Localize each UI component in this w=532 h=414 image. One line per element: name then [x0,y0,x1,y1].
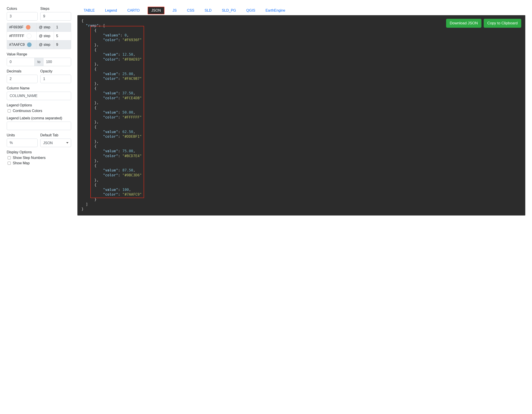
tab-table[interactable]: TABLE [81,7,97,14]
steps-label: Steps [40,7,71,11]
decimals-label: Decimals [7,69,38,73]
value-min-input[interactable] [7,58,34,66]
main-panel: TABLELegendCARTOJSONJSCSSSLDSLD_PGQGISEa… [77,7,525,215]
tab-legend[interactable]: Legend [103,7,119,14]
default-tab-select[interactable]: JSON [40,138,71,147]
value-range-label: Value Range [7,52,71,56]
color-hex: #F6936F [9,25,23,29]
continuous-colors-label: Continuous Colors [13,109,42,113]
column-name-input[interactable] [7,92,71,100]
display-options-label: Display Options [7,150,71,154]
legend-labels-label: Legend Labels (comma separated) [7,116,71,120]
tab-js[interactable]: JS [170,7,179,14]
steps-input[interactable] [40,12,71,20]
show-step-numbers-checkbox[interactable] [8,156,11,159]
color-step-row[interactable]: #FFFFFF@ step5 [7,32,71,40]
step-index: 5 [54,32,66,40]
download-json-button[interactable]: Download JSON [446,19,481,28]
step-index: 9 [54,40,66,49]
at-step-label: @ step [37,40,54,49]
tab-sld_pg[interactable]: SLD_PG [220,7,238,14]
value-range-group: to [7,58,71,66]
colors-label: Colors [7,7,38,11]
color-steps-table: #F6936F@ step1#FFFFFF@ step5#7AAFC9@ ste… [7,23,71,49]
color-step-row[interactable]: #7AAFC9@ step9 [7,40,71,49]
sidebar: Colors Steps #F6936F@ step1#FFFFFF@ step… [7,7,71,166]
output-tabs: TABLELegendCARTOJSONJSCSSSLDSLD_PGQGISEa… [77,7,525,14]
colors-input[interactable] [7,12,38,20]
units-label: Units [7,133,38,137]
opacity-label: Opacity [40,69,71,73]
color-swatch [27,34,31,38]
tab-css[interactable]: CSS [185,7,197,14]
decimals-input[interactable] [7,75,38,83]
tab-json[interactable]: JSON [148,7,164,14]
at-step-label: @ step [37,32,54,40]
column-name-label: Column Name [7,86,71,90]
step-index: 1 [54,23,66,32]
color-swatch [27,42,32,47]
show-step-numbers-label: Show Step Numbers [13,156,46,160]
code-output-panel: Download JSON Copy to Clipboard { "ramp"… [77,15,525,215]
tab-sld[interactable]: SLD [202,7,214,14]
tab-qgis[interactable]: QGIS [244,7,257,14]
units-input[interactable] [7,138,38,147]
default-tab-label: Default Tab [40,133,71,137]
copy-clipboard-button[interactable]: Copy to Clipboard [484,19,521,28]
tab-carto[interactable]: CARTO [125,7,142,14]
legend-options-label: Legend Options [7,103,71,107]
opacity-input[interactable] [40,75,71,83]
show-map-label: Show Map [13,161,30,165]
color-step-row[interactable]: #F6936F@ step1 [7,23,71,32]
continuous-colors-checkbox[interactable] [8,109,11,112]
at-step-label: @ step [37,23,54,32]
show-map-checkbox[interactable] [8,162,11,165]
tab-earthengine[interactable]: EarthEngine [263,7,287,14]
color-hex: #FFFFFF [9,34,24,38]
color-hex: #7AAFC9 [9,43,25,47]
legend-labels-input[interactable] [7,122,71,130]
value-max-input[interactable] [43,58,71,66]
json-output-text: { "ramp": [ { "values": 0, "color": "#F6… [81,18,521,212]
color-swatch [26,25,31,30]
value-range-to: to [34,58,43,66]
